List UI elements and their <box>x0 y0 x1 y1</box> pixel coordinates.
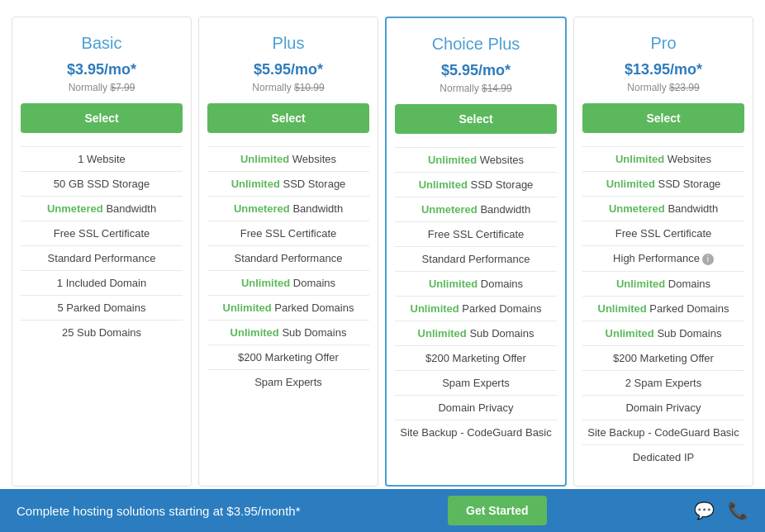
feature-item: 2 Spam Experts <box>582 370 744 395</box>
feature-item: Unlimited Domains <box>395 271 557 296</box>
feature-item: Unlimited Websites <box>582 146 744 171</box>
feature-item: Spam Experts <box>207 369 369 394</box>
get-started-button[interactable]: Get Started <box>448 496 546 503</box>
footer-icons: 💬 📞 <box>694 501 748 503</box>
features-list-basic: 1 Website50 GB SSD StorageUnmetered Band… <box>21 146 183 344</box>
feature-item: Standard Performance <box>207 245 369 270</box>
feature-item: $200 Marketing Offer <box>207 344 369 369</box>
feature-item: Dedicated IP <box>582 444 744 469</box>
feature-item: Unlimited Parked Domains <box>395 296 557 321</box>
feature-item: Site Backup - CodeGuard Basic <box>582 420 744 444</box>
feature-item: 25 Sub Domains <box>21 320 183 344</box>
footer-bar: Complete hosting solutions starting at $… <box>0 489 765 503</box>
feature-item: Unlimited Sub Domains <box>395 321 557 345</box>
plan-normally-pro: Normally $23.99 <box>627 82 699 93</box>
plan-price-pro: $13.95/mo* <box>625 61 702 78</box>
plan-card-plus: Plus$5.95/mo*Normally $10.99SelectUnlimi… <box>198 17 378 487</box>
feature-item: Free SSL Certificate <box>21 221 183 245</box>
feature-item: Unmetered Bandwidth <box>207 196 369 221</box>
plan-card-basic: Basic$3.95/mo*Normally $7.99Select1 Webs… <box>12 17 192 487</box>
select-button-plus[interactable]: Select <box>207 103 369 133</box>
feature-item: Standard Performance <box>21 245 183 270</box>
feature-item: High Performancei <box>582 245 744 271</box>
chat-icon[interactable]: 💬 <box>694 501 715 503</box>
plan-price-basic: $3.95/mo* <box>67 61 136 78</box>
feature-item: Unlimited Parked Domains <box>207 295 369 320</box>
feature-item: $200 Marketing Offer <box>582 345 744 370</box>
feature-item: Free SSL Certificate <box>207 221 369 245</box>
info-icon[interactable]: i <box>702 254 714 265</box>
feature-item: Spam Experts <box>395 370 557 395</box>
feature-item: Site Backup - CodeGuard Basic <box>395 420 557 444</box>
features-list-plus: Unlimited WebsitesUnlimited SSD StorageU… <box>207 146 369 394</box>
feature-item: Free SSL Certificate <box>582 221 744 245</box>
plan-card-choice-plus: Choice Plus$5.95/mo*Normally $14.99Selec… <box>385 17 567 487</box>
feature-item: 1 Website <box>21 146 183 171</box>
plan-normally-basic: Normally $7.99 <box>69 82 135 93</box>
select-button-choice-plus[interactable]: Select <box>395 104 557 134</box>
select-button-pro[interactable]: Select <box>582 103 744 133</box>
feature-item: 5 Parked Domains <box>21 295 183 320</box>
select-button-basic[interactable]: Select <box>21 103 183 133</box>
feature-item: Domain Privacy <box>395 395 557 420</box>
feature-item: Unlimited SSD Storage <box>582 171 744 196</box>
feature-item: Unlimited Sub Domains <box>207 320 369 344</box>
features-list-pro: Unlimited WebsitesUnlimited SSD StorageU… <box>582 146 744 469</box>
feature-item: Unmetered Bandwidth <box>21 196 183 221</box>
feature-item: 1 Included Domain <box>21 270 183 295</box>
feature-item: Unmetered Bandwidth <box>582 196 744 221</box>
plan-name-choice-plus: Choice Plus <box>432 35 520 54</box>
features-list-choice-plus: Unlimited WebsitesUnlimited SSD StorageU… <box>395 147 557 444</box>
feature-item: Unlimited Domains <box>207 270 369 295</box>
plan-normally-choice-plus: Normally $14.99 <box>440 83 511 94</box>
feature-item: $200 Marketing Offer <box>395 345 557 370</box>
phone-icon[interactable]: 📞 <box>728 501 748 503</box>
plan-name-basic: Basic <box>82 34 122 53</box>
feature-item: 50 GB SSD Storage <box>21 171 183 196</box>
plans-container: Basic$3.95/mo*Normally $7.99Select1 Webs… <box>0 0 765 503</box>
plan-name-pro: Pro <box>650 34 676 53</box>
feature-item: Unlimited Domains <box>582 271 744 296</box>
feature-item: Unmetered Bandwidth <box>395 197 557 221</box>
feature-item: Unlimited Websites <box>207 146 369 171</box>
plan-name-plus: Plus <box>273 34 305 53</box>
feature-item: Unlimited Parked Domains <box>582 296 744 321</box>
feature-item: Standard Performance <box>395 246 557 271</box>
feature-item: Unlimited SSD Storage <box>395 172 557 197</box>
plan-card-pro: Pro$13.95/mo*Normally $23.99SelectUnlimi… <box>573 17 753 487</box>
feature-item: Unlimited SSD Storage <box>207 171 369 196</box>
plan-price-choice-plus: $5.95/mo* <box>441 62 511 79</box>
feature-item: Unlimited Websites <box>395 147 557 172</box>
feature-item: Domain Privacy <box>582 395 744 420</box>
plan-price-plus: $5.95/mo* <box>254 61 323 78</box>
plan-normally-plus: Normally $10.99 <box>252 82 324 93</box>
feature-item: Unlimited Sub Domains <box>582 321 744 345</box>
feature-item: Free SSL Certificate <box>395 221 557 246</box>
